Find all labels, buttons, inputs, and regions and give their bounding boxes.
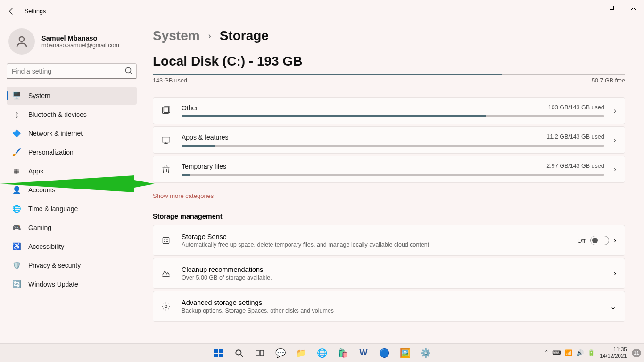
nav-item-windows-update[interactable]: 🔄Windows Update [7, 275, 137, 293]
chevron-right-icon: › [208, 31, 211, 41]
svg-rect-1 [610, 6, 613, 9]
volume-icon[interactable]: 🔊 [576, 349, 584, 356]
nav-label: Personalization [28, 148, 74, 156]
mgmt-icon [160, 300, 172, 313]
nav-label: Accounts [28, 186, 56, 194]
clock[interactable]: 11:35 14/12/2021 [600, 346, 627, 359]
category-usage: 103 GB/143 GB used [548, 104, 604, 112]
nav-icon: 🔄 [12, 280, 21, 288]
nav-item-time-language[interactable]: 🌐Time & language [7, 200, 137, 218]
nav-item-apps[interactable]: ▦Apps [7, 162, 137, 180]
nav-item-accessibility[interactable]: ♿Accessibility [7, 238, 137, 255]
sidebar: Samuel Mbanaso mbanaso.samuel@gmail.com … [0, 23, 141, 343]
category-bar [182, 174, 604, 176]
nav-item-gaming[interactable]: 🎮Gaming [7, 219, 137, 237]
svg-rect-24 [214, 354, 218, 357]
settings-icon[interactable]: ⚙️ [417, 346, 435, 361]
notification-badge[interactable]: 11 [632, 349, 641, 357]
wifi-icon[interactable]: 📶 [565, 349, 572, 356]
mgmt-icon [160, 267, 172, 280]
file-explorer-icon[interactable]: 📁 [292, 346, 310, 361]
chevron-right-icon: › [614, 165, 616, 173]
profile-name: Samuel Mbanaso [41, 34, 119, 42]
mgmt-item-cleanup-recommendations[interactable]: Cleanup recommendationsOver 5.00 GB of s… [153, 258, 625, 289]
start-button[interactable] [209, 346, 227, 361]
svg-rect-14 [163, 237, 169, 243]
breadcrumb-parent[interactable]: System [153, 28, 200, 43]
storage-sense-toggle[interactable] [590, 236, 609, 245]
nav-item-system[interactable]: 🖥️System [7, 87, 137, 105]
nav-icon: ♿ [12, 242, 21, 251]
storage-management-header: Storage management [153, 213, 625, 220]
chat-icon[interactable]: 💬 [272, 346, 289, 361]
task-view-icon[interactable] [251, 346, 269, 361]
nav-item-privacy-security[interactable]: 🛡️Privacy & security [7, 256, 137, 274]
toggle-label: Off [578, 237, 586, 244]
chevron-right-icon: › [614, 269, 616, 278]
close-button[interactable] [622, 0, 644, 15]
nav-label: Bluetooth & devices [28, 111, 87, 118]
back-button[interactable] [4, 4, 19, 19]
clock-time: 11:35 [613, 346, 627, 353]
mgmt-item-storage-sense[interactable]: Storage SenseAutomatically free up space… [153, 225, 625, 256]
mgmt-title: Cleanup recommendations [182, 266, 604, 273]
nav-icon: 🌐 [12, 205, 21, 213]
maximize-button[interactable] [601, 0, 622, 15]
category-name: Temporary files [182, 163, 226, 170]
taskbar: 💬 📁 🌐 🛍️ W 🔵 🖼️ ⚙️ ˄ ⌨ 📶 🔊 🔋 11:35 14/12… [0, 343, 644, 362]
nav-item-personalization[interactable]: 🖌️Personalization [7, 143, 137, 161]
main-content: System › Storage Local Disk (C:) - 193 G… [141, 23, 644, 343]
svg-point-20 [165, 305, 167, 308]
category-name: Apps & features [182, 133, 229, 141]
photos-icon[interactable]: 🖼️ [396, 346, 414, 361]
keyboard-icon[interactable]: ⌨ [552, 349, 561, 356]
nav-item-bluetooth-devices[interactable]: ᛒBluetooth & devices [7, 106, 137, 123]
mgmt-desc: Automatically free up space, delete temp… [182, 241, 568, 248]
svg-point-26 [236, 350, 241, 355]
clock-date: 14/12/2021 [600, 353, 627, 359]
disk-title: Local Disk (C:) - 193 GB [153, 54, 625, 69]
nav-icon: 🎮 [12, 223, 21, 232]
minimize-button[interactable] [579, 0, 601, 15]
nav-label: Apps [28, 167, 43, 175]
nav-list: 🖥️SystemᛒBluetooth & devices🔷Network & i… [7, 87, 137, 293]
profile-block[interactable]: Samuel Mbanaso mbanaso.samuel@gmail.com [7, 26, 137, 63]
nav-item-network-internet[interactable]: 🔷Network & internet [7, 124, 137, 142]
svg-rect-28 [256, 350, 259, 356]
tray-chevron-icon[interactable]: ˄ [545, 349, 548, 356]
svg-point-16 [167, 239, 168, 240]
mgmt-item-advanced-storage-settings[interactable]: Advanced storage settingsBackup options,… [153, 291, 625, 322]
svg-point-4 [19, 37, 24, 41]
mgmt-title: Storage Sense [182, 233, 568, 240]
breadcrumb-current: Storage [220, 28, 269, 43]
taskbar-search-icon[interactable] [230, 346, 248, 361]
mgmt-desc: Backup options, Storage Spaces, other di… [182, 307, 601, 314]
battery-icon[interactable]: 🔋 [587, 349, 595, 356]
chevron-right-icon: › [614, 107, 616, 115]
taskbar-right: ˄ ⌨ 📶 🔊 🔋 11:35 14/12/2021 11 [545, 346, 641, 359]
chevron-right-icon: › [614, 136, 616, 144]
nav-label: Windows Update [28, 280, 78, 288]
show-more-categories-link[interactable]: Show more categories [153, 192, 214, 199]
word-icon[interactable]: W [355, 346, 372, 361]
category-bar [182, 145, 604, 147]
nav-icon: 🖥️ [12, 91, 21, 100]
search-input[interactable] [7, 63, 137, 79]
nav-label: Accessibility [28, 243, 64, 250]
mgmt-desc: Over 5.00 GB of storage available. [182, 274, 604, 281]
disk-usage-bar [153, 74, 625, 75]
nav-item-accounts[interactable]: 👤Accounts [7, 181, 137, 199]
taskbar-center: 💬 📁 🌐 🛍️ W 🔵 🖼️ ⚙️ [209, 346, 435, 361]
svg-point-18 [167, 241, 168, 242]
store-icon[interactable]: 🛍️ [334, 346, 352, 361]
category-name: Other [182, 104, 198, 112]
breadcrumb: System › Storage [153, 28, 625, 43]
edge-icon[interactable]: 🌐 [313, 346, 331, 361]
storage-category-temporary-files[interactable]: Temporary files2.97 GB/143 GB used› [153, 156, 625, 183]
nav-icon: 🖌️ [12, 148, 21, 156]
category-usage: 2.97 GB/143 GB used [546, 163, 604, 170]
search-icon [124, 66, 133, 75]
storage-category-apps-features[interactable]: Apps & features11.2 GB/143 GB used› [153, 126, 625, 154]
storage-category-other[interactable]: Other103 GB/143 GB used› [153, 97, 625, 124]
chrome-icon[interactable]: 🔵 [375, 346, 393, 361]
